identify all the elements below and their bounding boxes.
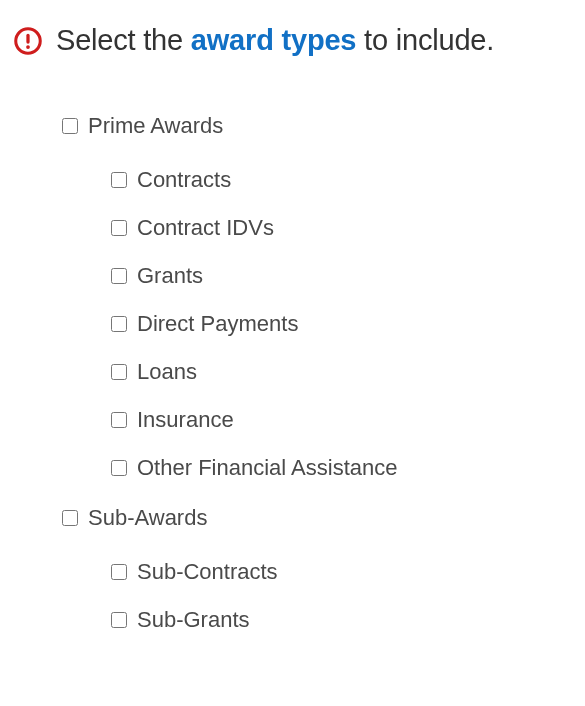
- option-contracts[interactable]: Contracts: [111, 167, 585, 193]
- option-prime-awards[interactable]: Prime Awards: [62, 113, 585, 139]
- option-sub-contracts[interactable]: Sub-Contracts: [111, 559, 585, 585]
- prime-awards-children: Contracts Contract IDVs Grants Direct Pa…: [62, 167, 585, 481]
- label-sub-contracts[interactable]: Sub-Contracts: [137, 559, 278, 585]
- group-prime-awards: Prime Awards Contracts Contract IDVs Gra…: [62, 113, 585, 481]
- label-prime-awards[interactable]: Prime Awards: [88, 113, 223, 139]
- label-contract-idvs[interactable]: Contract IDVs: [137, 215, 274, 241]
- checkbox-prime-awards[interactable]: [62, 118, 78, 134]
- checkbox-insurance[interactable]: [111, 412, 127, 428]
- checkbox-sub-grants[interactable]: [111, 612, 127, 628]
- option-other-financial-assistance[interactable]: Other Financial Assistance: [111, 455, 585, 481]
- checkbox-other-financial-assistance[interactable]: [111, 460, 127, 476]
- option-insurance[interactable]: Insurance: [111, 407, 585, 433]
- checkbox-grants[interactable]: [111, 268, 127, 284]
- group-sub-awards: Sub-Awards Sub-Contracts Sub-Grants: [62, 505, 585, 633]
- option-grants[interactable]: Grants: [111, 263, 585, 289]
- checkbox-contract-idvs[interactable]: [111, 220, 127, 236]
- label-contracts[interactable]: Contracts: [137, 167, 231, 193]
- header-suffix: to include.: [356, 24, 494, 56]
- label-direct-payments[interactable]: Direct Payments: [137, 311, 298, 337]
- label-other-financial-assistance[interactable]: Other Financial Assistance: [137, 455, 397, 481]
- label-sub-awards[interactable]: Sub-Awards: [88, 505, 207, 531]
- checkbox-loans[interactable]: [111, 364, 127, 380]
- option-loans[interactable]: Loans: [111, 359, 585, 385]
- svg-point-2: [26, 45, 30, 49]
- award-type-options: Prime Awards Contracts Contract IDVs Gra…: [0, 57, 585, 633]
- checkbox-direct-payments[interactable]: [111, 316, 127, 332]
- option-sub-awards[interactable]: Sub-Awards: [62, 505, 585, 531]
- option-contract-idvs[interactable]: Contract IDVs: [111, 215, 585, 241]
- checkbox-contracts[interactable]: [111, 172, 127, 188]
- option-direct-payments[interactable]: Direct Payments: [111, 311, 585, 337]
- alert-icon: [14, 27, 42, 55]
- option-sub-grants[interactable]: Sub-Grants: [111, 607, 585, 633]
- checkbox-sub-contracts[interactable]: [111, 564, 127, 580]
- svg-rect-1: [26, 33, 29, 43]
- sub-awards-children: Sub-Contracts Sub-Grants: [62, 559, 585, 633]
- header-text: Select the award types to include.: [56, 24, 494, 57]
- checkbox-sub-awards[interactable]: [62, 510, 78, 526]
- label-grants[interactable]: Grants: [137, 263, 203, 289]
- label-insurance[interactable]: Insurance: [137, 407, 234, 433]
- header: Select the award types to include.: [0, 0, 585, 57]
- header-prefix: Select the: [56, 24, 191, 56]
- label-sub-grants[interactable]: Sub-Grants: [137, 607, 250, 633]
- label-loans[interactable]: Loans: [137, 359, 197, 385]
- header-highlight: award types: [191, 24, 356, 56]
